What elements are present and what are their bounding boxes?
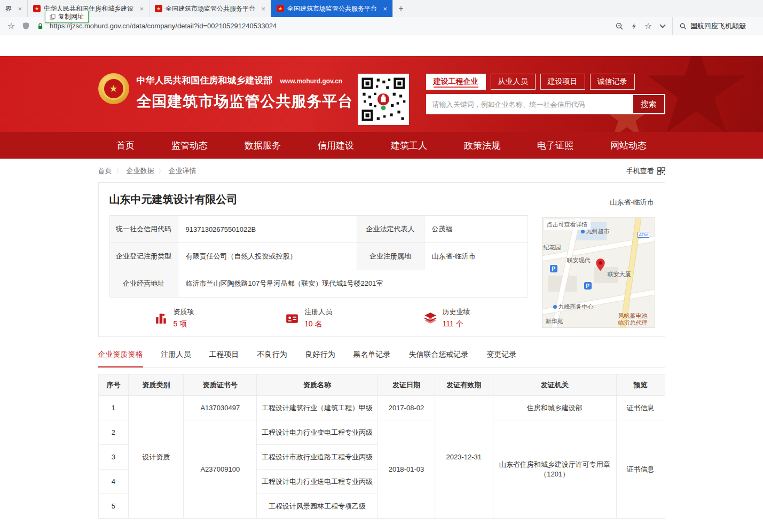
layers-icon bbox=[423, 311, 437, 325]
breadcrumb-company-data[interactable]: 企业数据 bbox=[112, 166, 154, 176]
map-label-business-center: 九峰商务中心 bbox=[559, 303, 594, 311]
stat-label: 资质项 bbox=[174, 307, 194, 317]
browser-tab-jzsc-1[interactable]: ★ 全国建筑市场监管公共服务平台 × bbox=[150, 0, 271, 17]
address-value: 临沂市兰山区陶然路107号星河晶都（联安）现代城1号楼2201室 bbox=[178, 270, 528, 298]
certificate-info-link[interactable]: 证书信息 bbox=[616, 396, 665, 420]
map-label-garden: 纪花园 bbox=[544, 244, 561, 252]
tab-bad-behavior[interactable]: 不良行为 bbox=[257, 350, 287, 367]
col-header-no: 序号 bbox=[98, 374, 129, 396]
url-input[interactable]: https://jzsc.mohurd.gov.cn/data/company/… bbox=[50, 22, 610, 30]
tab-registered-personnel[interactable]: 注册人员 bbox=[161, 350, 191, 367]
nav-item-policies[interactable]: 政策法规 bbox=[464, 139, 500, 152]
close-icon[interactable]: × bbox=[261, 5, 265, 12]
company-region: 山东省-临沂市 bbox=[610, 198, 654, 207]
tab-good-behavior[interactable]: 良好行为 bbox=[305, 350, 335, 367]
stat-value: 5 项 bbox=[174, 319, 194, 329]
stat-label: 注册人员 bbox=[304, 307, 332, 317]
chevron-down-icon[interactable] bbox=[658, 21, 667, 31]
browser-tab-partial[interactable]: 界 × bbox=[0, 0, 28, 17]
certificate-info-link[interactable]: 证书信息 bbox=[616, 420, 665, 519]
platform-title: 全国建筑市场监管公共服务平台 bbox=[137, 91, 353, 112]
cell-qual-name: 工程设计风景园林工程专项乙级 bbox=[257, 494, 378, 519]
bookmark-star-icon[interactable]: ☆ bbox=[6, 21, 16, 31]
detail-tabs: 企业资质资格 注册人员 工程项目 不良行为 良好行为 黑名单记录 失信联合惩戒记… bbox=[98, 350, 665, 367]
cell-issue-date: 2018-01-03 bbox=[377, 420, 435, 519]
search-button[interactable]: 搜索 bbox=[632, 94, 665, 114]
tab-engineering-projects[interactable]: 工程项目 bbox=[209, 350, 239, 367]
search-tab-construction-enterprise[interactable]: 建设工程企业 bbox=[426, 74, 486, 90]
address-bar: ☆ https://jzsc.mohurd.gov.cn/data/compan… bbox=[0, 17, 763, 35]
keyword-search-input[interactable] bbox=[426, 94, 632, 114]
shield-icon[interactable] bbox=[21, 21, 30, 31]
reg-type-label: 企业登记注册类型 bbox=[109, 243, 178, 270]
tab-label: 界 bbox=[5, 4, 14, 13]
search-tab-credit-records[interactable]: 诚信记录 bbox=[590, 74, 635, 90]
cell-qual-name: 工程设计市政行业道路工程专业丙级 bbox=[257, 445, 378, 470]
company-location-map[interactable]: 点击可查看详情 九州超市 ATM 纪花园 联安现代 联安大厦 P P 九峰商务中… bbox=[542, 217, 655, 328]
tab-enterprise-qualifications[interactable]: 企业资质资格 bbox=[98, 350, 143, 367]
favorite-star-icon[interactable]: ☆ bbox=[643, 21, 653, 31]
browser-quick-search[interactable]: 国航回应飞机颠簸 bbox=[672, 17, 757, 35]
browser-tab-jzsc-active[interactable]: ★ 全国建筑市场监管公共服务平台 × bbox=[271, 0, 393, 17]
breadcrumb-company-detail: 企业详情 bbox=[154, 166, 196, 176]
cell-no: 1 bbox=[98, 396, 129, 420]
stat-value: 10 名 bbox=[304, 319, 332, 329]
nav-item-data-services[interactable]: 数据服务 bbox=[245, 139, 281, 152]
map-poi-dot bbox=[553, 305, 557, 309]
nav-item-supervision-news[interactable]: 监管动态 bbox=[171, 139, 208, 152]
map-hint-label: 点击可查看详情 bbox=[544, 220, 591, 230]
stat-historical-achievements[interactable]: 历史业绩 111 个 bbox=[423, 307, 470, 329]
map-poi-dot bbox=[581, 230, 585, 233]
nav-item-e-certificates[interactable]: 电子证照 bbox=[537, 139, 573, 152]
reg-region-label: 企业注册属地 bbox=[357, 243, 424, 270]
cell-authority: 住房和城乡建设部 bbox=[493, 396, 616, 420]
legal-rep-label: 企业法定代表人 bbox=[357, 216, 424, 243]
stat-registered-personnel[interactable]: 注册人员 10 名 bbox=[285, 307, 332, 329]
close-icon[interactable]: × bbox=[18, 5, 22, 12]
credit-code-value: 91371302675501022B bbox=[178, 216, 357, 243]
quick-search-text: 国航回应飞机颠簸 bbox=[690, 21, 746, 31]
stat-value: 111 个 bbox=[443, 319, 470, 329]
cell-qual-name: 工程设计建筑行业（建筑工程）甲级 bbox=[257, 396, 378, 420]
nav-item-home[interactable]: 首页 bbox=[116, 139, 135, 152]
zoom-icon[interactable] bbox=[615, 21, 624, 31]
col-header-validity: 发证有效期 bbox=[435, 374, 493, 396]
qualifications-table: 序号 资质类别 资质证书号 资质名称 发证日期 发证有效期 发证机关 预览 1 … bbox=[98, 374, 665, 519]
col-header-authority: 发证机关 bbox=[493, 374, 616, 396]
company-summary-card: 山东中元建筑设计有限公司 山东省-临沂市 统一社会信用代码 9137130267… bbox=[98, 182, 665, 337]
col-header-issue-date: 发证日期 bbox=[377, 374, 435, 396]
tab-dishonesty-records[interactable]: 失信联合惩戒记录 bbox=[409, 350, 469, 367]
col-header-cert-no: 资质证书号 bbox=[184, 374, 257, 396]
legal-rep-value: 公茂福 bbox=[424, 216, 528, 243]
copy-url-tooltip-text: 复制网址 bbox=[58, 12, 84, 21]
search-tab-projects[interactable]: 建设项目 bbox=[540, 74, 585, 90]
cell-issue-date: 2017-08-02 bbox=[377, 396, 435, 420]
col-header-preview: 预览 bbox=[616, 374, 665, 396]
flash-icon[interactable] bbox=[629, 21, 639, 31]
ministry-website: www.mohurd.gov.cn bbox=[280, 77, 343, 85]
qr-code bbox=[358, 74, 409, 125]
close-icon[interactable]: × bbox=[139, 5, 144, 12]
nav-item-site-news[interactable]: 网站动态 bbox=[610, 139, 647, 152]
mobile-view-button[interactable]: 手机查看 bbox=[626, 166, 665, 176]
cell-category: 设计资质 bbox=[129, 396, 184, 519]
nav-item-construction-workers[interactable]: 建筑工人 bbox=[391, 139, 427, 152]
search-tab-practitioners[interactable]: 从业人员 bbox=[491, 74, 536, 90]
tab-label: 全国建筑市场监管公共服务平台 bbox=[287, 4, 380, 13]
table-row: 1 设计资质 A137030497 工程设计建筑行业（建筑工程）甲级 2017-… bbox=[98, 396, 665, 420]
tab-change-records[interactable]: 变更记录 bbox=[487, 350, 517, 367]
copy-icon bbox=[50, 14, 56, 20]
nav-item-credit-building[interactable]: 信用建设 bbox=[318, 139, 354, 152]
national-emblem-icon: ★ bbox=[98, 73, 129, 104]
tab-blacklist-records[interactable]: 黑名单记录 bbox=[353, 350, 391, 367]
site-favicon-icon: ★ bbox=[277, 5, 284, 12]
map-pin-icon bbox=[596, 259, 605, 271]
site-logo[interactable]: ★ 中华人民共和国住房和城乡建设部 www.mohurd.gov.cn 全国建筑… bbox=[98, 73, 353, 112]
close-icon[interactable]: × bbox=[383, 5, 387, 12]
breadcrumb-home[interactable]: 首页 bbox=[98, 166, 112, 176]
personnel-card-icon bbox=[285, 311, 299, 325]
cell-no: 4 bbox=[98, 470, 129, 494]
stat-qualifications[interactable]: 资质项 5 项 bbox=[154, 307, 194, 329]
site-favicon-icon: ★ bbox=[33, 5, 41, 12]
new-tab-button[interactable]: + bbox=[393, 0, 409, 17]
